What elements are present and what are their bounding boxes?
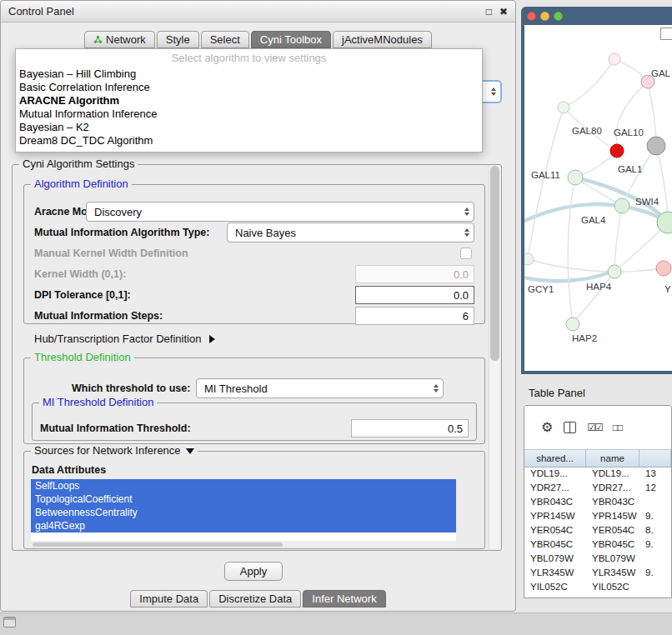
mi-steps-field[interactable]: 6 — [355, 307, 474, 325]
sources-group-title[interactable]: Sources for Network Inference — [31, 444, 198, 457]
kernel-width-field[interactable]: 0.0 — [355, 265, 474, 283]
mi-threshold-field[interactable]: 0.5 — [351, 419, 469, 438]
mi-steps-label: Mutual Information Steps: — [34, 310, 163, 322]
panel-toggle-icon[interactable] — [3, 617, 16, 628]
tab-label: Cyni Toolbox — [260, 33, 322, 46]
tab-impute-data[interactable]: Impute Data — [130, 590, 208, 608]
deselect-all-columns-icon[interactable]: □□ — [613, 422, 622, 433]
cell-name: YBR043C — [586, 496, 639, 510]
network-edge — [648, 82, 656, 140]
node-label-gal11: GAL11 — [531, 170, 560, 180]
mi-threshold-group-title: MI Threshold Definition — [39, 396, 157, 408]
tab-network[interactable]: Network — [84, 31, 155, 48]
expand-arrow-icon — [209, 335, 215, 343]
network-node[interactable] — [609, 53, 620, 65]
node-label-gal1: GAL1 — [618, 164, 642, 174]
float-window-icon[interactable]: □ — [486, 7, 492, 17]
network-node[interactable] — [614, 198, 629, 213]
tab-infer-network[interactable]: Infer Network — [303, 590, 385, 608]
table-row[interactable]: YER054CYER054C8. — [524, 524, 671, 538]
cell-value: 12 — [639, 482, 671, 496]
manual-kernel-checkbox[interactable] — [460, 248, 472, 259]
table-row[interactable]: YIL052CYIL052C — [524, 581, 671, 595]
control-panel-title: Control Panel — [8, 5, 74, 18]
tab-select[interactable]: Select — [201, 31, 249, 48]
window-close-button[interactable] — [527, 12, 536, 21]
algorithm-option-bayesian-k2[interactable]: Bayesian – K2 — [16, 121, 482, 134]
column-header-shared-name[interactable]: shared... — [524, 450, 586, 467]
table-row[interactable]: YBR045CYBR045C9. — [524, 538, 671, 552]
cell-name: YIL052C — [586, 581, 639, 595]
network-node[interactable] — [558, 102, 569, 113]
network-node[interactable] — [610, 144, 624, 158]
dpi-tolerance-field[interactable]: 0.0 — [355, 286, 474, 304]
window-minimize-button[interactable] — [540, 12, 549, 21]
cell-shared-name: YBR043C — [524, 496, 586, 510]
algorithm-definition-title: Algorithm Definition — [31, 178, 132, 190]
algorithm-dropdown-popup: Select algorithm to view settings Bayesi… — [15, 48, 483, 152]
column-layout-icon[interactable] — [564, 422, 576, 433]
table-row[interactable]: YDR27...YDR27...12 — [524, 482, 671, 496]
hub-definition-toggle[interactable]: Hub/Transcription Factor Definition — [34, 332, 215, 345]
settings-gear-icon[interactable]: ⚙ — [541, 421, 553, 434]
column-header-name[interactable]: name — [586, 450, 639, 467]
attribute-item-selfloops[interactable]: SelfLoops — [31, 479, 456, 492]
algorithm-option-dream8-dc-tdc-algorithm[interactable]: Dream8 DC_TDC Algorithm — [16, 134, 482, 148]
attribute-item-topologicalcoefficient[interactable]: TopologicalCoefficient — [31, 492, 456, 506]
mi-type-value: Naive Bayes — [235, 227, 296, 239]
settings-vertical-scrollbar[interactable] — [489, 165, 500, 549]
close-panel-icon[interactable]: ✖ — [499, 7, 508, 17]
node-label-hap4: HAP4 — [586, 282, 612, 292]
tab-style[interactable]: Style — [157, 31, 199, 48]
cell-value — [639, 581, 671, 595]
attribute-item-gal4rgexp[interactable]: gal4RGexp — [31, 519, 456, 532]
scrollbar-thumb[interactable] — [490, 166, 499, 361]
algorithm-option-basic-correlation-inference[interactable]: Basic Correlation Inference — [16, 81, 482, 94]
network-icon — [93, 35, 103, 44]
apply-button[interactable]: Apply — [224, 562, 283, 581]
scrollbar-thumb[interactable] — [33, 542, 283, 547]
table-row[interactable]: YBR043CYBR043C — [524, 496, 671, 510]
node-label-gal4: GAL4 — [581, 215, 606, 225]
which-threshold-select[interactable]: MI Threshold — [196, 378, 444, 398]
window-buttons: □ ✖ — [486, 7, 508, 17]
tab-label: Network — [106, 33, 146, 46]
cell-name: YBR045C — [586, 538, 639, 552]
table-row[interactable]: YLR345WYLR345W9. — [524, 567, 671, 581]
table-row[interactable]: YDL19...YDL19...13 — [524, 468, 671, 482]
table-row[interactable]: YBL079WYBL079W — [524, 552, 671, 567]
algorithm-option-mutual-information-inference[interactable]: Mutual Information Inference — [16, 108, 482, 121]
network-node[interactable] — [647, 137, 665, 155]
table-row[interactable]: YPR145WYPR145W9. — [524, 510, 671, 524]
table-body: YDL19...YDL19...13YDR27...YDR27...12YBR0… — [524, 468, 671, 595]
algorithm-option-aracne-algorithm[interactable]: ARACNE Algorithm — [16, 94, 482, 108]
algorithm-option-bayesian-hill-climbing[interactable]: Bayesian – Hill Climbing — [16, 68, 482, 81]
cell-shared-name: YBL079W — [524, 552, 586, 567]
cell-shared-name: YDR27... — [524, 482, 586, 496]
view-option-box[interactable] — [660, 28, 672, 40]
select-all-columns-icon[interactable]: ☑☑ — [587, 422, 602, 433]
updown-arrows-icon — [464, 208, 469, 216]
network-node[interactable] — [568, 170, 583, 185]
aracne-mode-select[interactable]: Discovery — [86, 202, 474, 222]
dpi-tolerance-label: DPI Tolerance [0,1]: — [34, 289, 131, 301]
mi-type-select[interactable]: Naive Bayes — [227, 222, 474, 242]
attribute-item-betweennesscentrality[interactable]: BetweennessCentrality — [31, 506, 456, 519]
which-threshold-value: MI Threshold — [204, 382, 268, 395]
algorithm-popup-items: Bayesian – Hill ClimbingBasic Correlatio… — [16, 68, 482, 148]
window-zoom-button[interactable] — [554, 12, 563, 21]
network-canvas[interactable]: GALGAL80GAL10GAL11GAL1SWI4GAL4GCY1HAP4HA… — [524, 25, 672, 371]
network-edge — [568, 178, 575, 318]
node-label-hap2: HAP2 — [572, 333, 597, 343]
network-node[interactable] — [566, 318, 579, 331]
column-header-extra[interactable] — [639, 450, 671, 467]
network-node[interactable] — [608, 265, 621, 278]
network-node[interactable] — [524, 253, 534, 265]
data-attributes-label: Data Attributes — [32, 464, 106, 476]
tab-cyni-toolbox[interactable]: Cyni Toolbox — [251, 31, 331, 48]
tab-label: Select — [210, 33, 240, 46]
network-node[interactable] — [656, 261, 671, 276]
tab-discretize-data[interactable]: Discretize Data — [209, 590, 301, 608]
attributes-horizontal-scrollbar[interactable] — [31, 542, 456, 548]
tab-jactivemnodules[interactable]: jActiveMNodules — [333, 31, 432, 48]
